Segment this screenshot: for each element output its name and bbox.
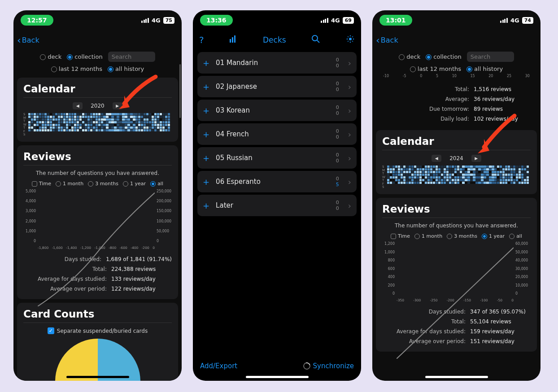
calendar-title: Calendar: [382, 135, 531, 150]
svg-point-5: [349, 38, 352, 40]
year-label: 2020: [91, 103, 105, 109]
reviews-title: Reviews: [382, 203, 531, 218]
deck-counts: 00: [336, 152, 339, 164]
card-counts-card: Card Counts ✓ Separate suspended/buried …: [17, 303, 178, 381]
signal-icon: [500, 18, 508, 23]
deck-name: 05 Russian: [216, 154, 330, 162]
deck-counts: 00: [336, 105, 339, 116]
radio-last-12-months[interactable]: last 12 months: [410, 65, 461, 72]
home-indicator[interactable]: [246, 376, 309, 378]
chip-1month[interactable]: 1 month: [56, 181, 83, 187]
radio-deck[interactable]: deck: [40, 53, 61, 60]
stat-row: Daily load:102 reviews/day: [379, 114, 534, 124]
calendar-heatmap: SMTWTFS: [382, 166, 531, 189]
stats-icon[interactable]: [229, 35, 237, 44]
expand-icon[interactable]: +: [203, 201, 209, 210]
radio-all-history[interactable]: all history: [466, 65, 503, 72]
chip-all[interactable]: all: [150, 181, 163, 187]
settings-icon[interactable]: [346, 35, 355, 46]
chip-1year[interactable]: 1 year: [123, 181, 146, 187]
year-next-button[interactable]: ▶: [471, 155, 481, 162]
chevron-left-icon: ‹: [17, 35, 21, 46]
chevron-right-icon: ›: [348, 177, 351, 187]
filter-scope-row: deck collection: [372, 50, 541, 64]
radio-deck[interactable]: deck: [399, 53, 420, 60]
expand-icon[interactable]: +: [203, 153, 209, 163]
chip-3months[interactable]: 3 months: [88, 181, 118, 187]
separate-suspended-checkbox[interactable]: ✓ Separate suspended/buried cards: [23, 327, 172, 334]
chip-1year[interactable]: 1 year: [482, 233, 505, 239]
chip-all[interactable]: all: [509, 233, 522, 239]
status-bar: 12:57 4G 75: [13, 10, 182, 30]
deck-row[interactable]: +02 Japanese00›: [197, 76, 357, 97]
svg-rect-1: [232, 37, 233, 43]
forecast-stats: Total:1,516 reviewsAverage:36 reviews/da…: [372, 84, 541, 126]
status-right: 4G 75: [141, 17, 174, 24]
deck-counts: 00: [336, 200, 339, 211]
stat-row: Total:1,516 reviews: [379, 84, 534, 94]
calendar-heatmap: SMTWTFS: [23, 113, 172, 136]
chip-1month[interactable]: 1 month: [414, 233, 442, 239]
back-button[interactable]: ‹ Back: [376, 35, 398, 46]
year-label: 2024: [449, 155, 463, 161]
reviews-range-row: Time 1 month 3 months 1 year all: [382, 233, 531, 239]
deck-counts: 00: [336, 57, 339, 69]
year-prev-button[interactable]: ◀: [73, 102, 83, 109]
back-button[interactable]: ‹ Back: [17, 35, 39, 46]
search-input[interactable]: [108, 52, 155, 62]
status-bar: 13:36 4G 69: [193, 10, 361, 30]
reviews-subtitle: The number of questions you have answere…: [23, 170, 172, 176]
help-icon[interactable]: ?: [199, 35, 204, 45]
deck-counts: 00: [336, 128, 339, 140]
deck-row[interactable]: +05 Russian00›: [197, 147, 357, 169]
svg-rect-0: [230, 39, 231, 43]
home-indicator[interactable]: [425, 376, 488, 378]
expand-icon[interactable]: +: [203, 82, 209, 91]
battery-level: 75: [163, 17, 174, 24]
chevron-right-icon: ›: [348, 82, 351, 91]
chip-3months[interactable]: 3 months: [447, 233, 477, 239]
page-title: Decks: [263, 35, 286, 44]
network-label: 4G: [152, 17, 161, 24]
reviews-card: Reviews The number of questions you have…: [17, 145, 178, 299]
chip-time[interactable]: Time: [32, 181, 51, 187]
status-bar: 13:01 4G 74: [372, 10, 541, 30]
network-label: 4G: [331, 17, 340, 24]
search-input[interactable]: [467, 52, 514, 62]
expand-icon[interactable]: +: [203, 106, 209, 115]
battery-level: 74: [522, 17, 533, 24]
reviews-chart: 5,0004,0003,0002,0001,0000 250,000200,00…: [23, 189, 172, 250]
chevron-right-icon: ›: [348, 153, 351, 163]
deck-row[interactable]: +04 French00›: [197, 123, 357, 145]
add-export-button[interactable]: Add/Export: [200, 362, 237, 370]
year-next-button[interactable]: ▶: [113, 102, 122, 109]
expand-icon[interactable]: +: [203, 130, 209, 139]
nav-bar: ‹ Back: [372, 30, 541, 50]
signal-icon: [141, 18, 149, 23]
radio-all-history[interactable]: all history: [108, 65, 144, 72]
scrollbar[interactable]: [179, 55, 181, 158]
chevron-right-icon: ›: [348, 201, 351, 210]
radio-collection[interactable]: collection: [426, 53, 461, 60]
svg-rect-2: [234, 35, 235, 43]
radio-collection[interactable]: collection: [67, 53, 102, 60]
home-indicator[interactable]: [66, 376, 129, 378]
phone-right-stats-2024: 13:01 4G 74 ‹ Back deck collection last …: [372, 10, 541, 381]
deck-row[interactable]: +01 Mandarin00›: [197, 52, 357, 74]
deck-row[interactable]: +03 Korean00›: [197, 100, 357, 121]
deck-row[interactable]: +Later00›: [197, 195, 357, 216]
year-prev-button[interactable]: ◀: [432, 155, 441, 162]
radio-last-12-months[interactable]: last 12 months: [51, 65, 102, 72]
search-icon[interactable]: [311, 35, 320, 46]
expand-icon[interactable]: +: [203, 177, 209, 187]
deck-name: 06 Esperanto: [216, 178, 330, 186]
calendar-card: Calendar ◀ 2024 ▶ SMTWTFS: [376, 130, 537, 194]
expand-icon[interactable]: +: [203, 58, 209, 68]
card-counts-pie: [55, 339, 140, 381]
deck-name: 03 Korean: [216, 106, 330, 114]
synchronize-button[interactable]: Synchronize: [303, 362, 354, 370]
chevron-left-icon: ‹: [376, 35, 380, 46]
chevron-right-icon: ›: [348, 106, 351, 115]
deck-row[interactable]: +06 Esperanto05›: [197, 171, 357, 192]
chip-time[interactable]: Time: [391, 233, 410, 239]
